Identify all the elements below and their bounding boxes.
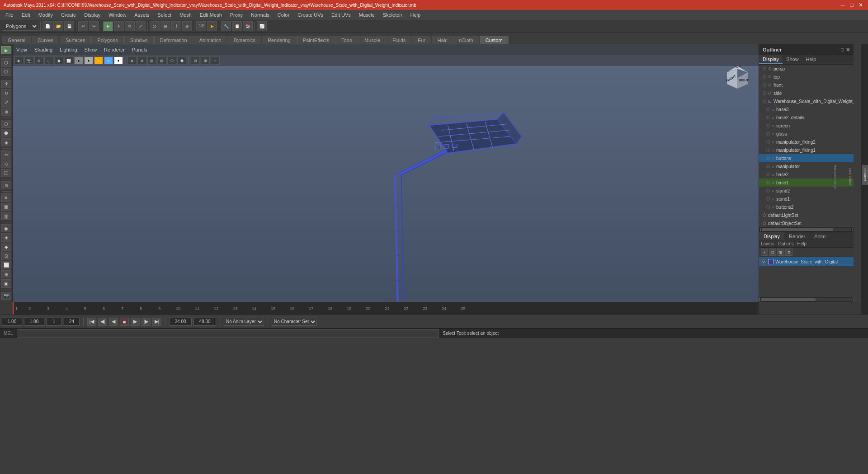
layer-new-empty-btn[interactable]: ◻	[769, 249, 776, 256]
outliner-item-persp[interactable]: ⬡ ⊙ persp	[759, 65, 854, 73]
scale-btn[interactable]: ⤢	[1, 99, 11, 107]
viewport[interactable]: View Shading Lighting Show Renderer Pane…	[13, 44, 759, 302]
character-set-select[interactable]: No Character Set	[272, 318, 317, 326]
show-attr-btn[interactable]: 🔧	[221, 21, 231, 31]
menu-muscle[interactable]: Muscle	[355, 11, 378, 19]
menu-edit-mesh[interactable]: Edit Mesh	[196, 11, 226, 19]
soft-select-btn[interactable]: ◎	[150, 21, 160, 31]
tab-general[interactable]: General	[2, 36, 31, 44]
tab-rendering[interactable]: Rendering	[262, 36, 297, 44]
menu-create-uvs[interactable]: Create UVs	[294, 11, 327, 19]
menu-window[interactable]: Window	[105, 11, 130, 19]
vp-menu-panels[interactable]: Panels	[130, 46, 149, 53]
mode-select[interactable]: Polygons Surfaces Animation Dynamics Ren…	[2, 22, 38, 31]
attr-tab-attr[interactable]: Attribute Editor	[832, 161, 838, 192]
misc-btn6[interactable]: ⊞	[1, 270, 11, 278]
outliner-item-buttons[interactable]: ⬡ ○ buttons	[759, 154, 854, 162]
show-manip-btn[interactable]: ⊙	[1, 181, 11, 189]
layer-vis-btn[interactable]: V	[761, 259, 766, 264]
render-btn[interactable]: ▶	[207, 21, 217, 31]
lasso-select-btn[interactable]: ⬠	[1, 68, 11, 76]
outliner-item-base3[interactable]: ⬡ ○ base3	[759, 105, 854, 113]
layer-delete-btn[interactable]: 🗑	[777, 249, 784, 256]
tab-fluids[interactable]: Fluids	[387, 36, 411, 44]
menu-color[interactable]: Color	[274, 11, 293, 19]
outliner-close[interactable]: ✕	[846, 47, 850, 53]
render-settings-btn[interactable]: 🎬	[196, 21, 206, 31]
open-scene-btn[interactable]: 📂	[53, 21, 63, 31]
vp-menu-show[interactable]: Show	[83, 46, 99, 53]
layer-editor-btn[interactable]: 📚	[243, 21, 253, 31]
outliner-tab-show[interactable]: Show	[783, 55, 802, 64]
tab-subdivs[interactable]: Subdivs	[124, 36, 154, 44]
cube-gizmo[interactable]: TOP RIGHT FRONT	[722, 62, 753, 94]
menu-proxy[interactable]: Proxy	[226, 11, 246, 19]
render-layers-btn[interactable]: ▦	[1, 203, 11, 211]
menu-assets[interactable]: Assets	[131, 11, 153, 19]
menu-edit-uvs[interactable]: Edit UVs	[328, 11, 354, 19]
outliner-item-front[interactable]: ⬡ ⊙ front	[759, 81, 854, 89]
vp-tool-isolate[interactable]: ⊡	[191, 56, 200, 65]
next-key-btn[interactable]: |▶	[142, 318, 151, 326]
menu-skeleton[interactable]: Skeleton	[379, 11, 406, 19]
menu-file[interactable]: File	[2, 11, 17, 19]
outliner-item-stand2[interactable]: ⬡ ○ stand2	[759, 187, 854, 195]
mel-input[interactable]	[17, 329, 439, 338]
layer-item-warehouse[interactable]: V Warehouse_Scale_with_Digital_Weig	[759, 257, 854, 266]
vp-menu-renderer[interactable]: Renderer	[102, 46, 127, 53]
rotate-tool-btn[interactable]: ↻	[125, 21, 135, 31]
outliner-item-base1[interactable]: ⬡ ○ base1	[759, 178, 854, 187]
playback-start-input[interactable]	[169, 318, 192, 326]
vp-tool-light5[interactable]: ●	[114, 56, 123, 65]
tab-deformation[interactable]: Deformation	[154, 36, 193, 44]
misc-btn1[interactable]: ◉	[1, 224, 11, 232]
dra-tab-anim[interactable]: Anim	[810, 232, 830, 240]
outliner-item-manipulator[interactable]: ⬡ ○ manipulator	[759, 162, 854, 170]
prev-key-btn[interactable]: ◀|	[98, 318, 107, 326]
snap-curve-btn[interactable]: ⌇	[171, 21, 181, 31]
vp-tool-light4[interactable]: ●	[104, 56, 113, 65]
misc-btn4[interactable]: ⊡	[1, 252, 11, 260]
current-frame-input[interactable]	[24, 318, 44, 326]
layer-new-btn[interactable]: +	[761, 249, 768, 256]
anim-layers-btn[interactable]: ▥	[1, 212, 11, 220]
outliner-item-group-main[interactable]: ⬡ ⊡ Warehouse_Scale_with_Digital_Weight_	[759, 97, 854, 105]
vp-tool-r6[interactable]: ⬢	[177, 56, 186, 65]
menu-edit[interactable]: Edit	[18, 11, 34, 19]
vp-tool-camera[interactable]: 📷	[24, 56, 33, 65]
tab-animation[interactable]: Animation	[193, 36, 227, 44]
start-frame-input[interactable]	[2, 318, 22, 326]
vp-tool-texture[interactable]: ⬜	[64, 56, 73, 65]
tab-polygons[interactable]: Polygons	[91, 36, 123, 44]
layer-scroll-right[interactable]	[853, 298, 854, 301]
tab-toon[interactable]: Toon	[335, 36, 358, 44]
outliner-item-mf2[interactable]: ⬡ ○ manipulator_fixing2	[759, 138, 854, 146]
outliner-scroll-right[interactable]	[852, 228, 853, 231]
outliner-item-buttons2[interactable]: ⬡ ○ buttons2	[759, 203, 854, 211]
outliner-item-stand1[interactable]: ⬡ ○ stand1	[759, 195, 854, 203]
offset-edge-btn[interactable]: ◫	[1, 169, 11, 177]
tab-muscle[interactable]: Muscle	[359, 36, 386, 44]
attr-tab-live[interactable]: Live Editor	[847, 164, 853, 189]
outliner-item-base2details[interactable]: ⬡ ○ base2_details	[759, 113, 854, 122]
vp-tool-snap[interactable]: ⊞	[201, 56, 210, 65]
vp-tool-r4[interactable]: ▤	[157, 56, 166, 65]
tab-custom[interactable]: Custom	[480, 36, 509, 44]
outliner-item-screen[interactable]: ⬡ ○ screen	[759, 122, 854, 130]
outliner-scroll-left[interactable]	[760, 228, 761, 231]
outliner-item-glass[interactable]: ⬡ ○ glass	[759, 130, 854, 138]
outliner-item-base2[interactable]: ⬡ ○ base2	[759, 170, 854, 178]
move-btn[interactable]: ✛	[1, 80, 11, 88]
new-scene-btn[interactable]: 📄	[42, 21, 52, 31]
vp-menu-view[interactable]: View	[14, 46, 29, 53]
outliner-item-defaultlightset[interactable]: ⬡ defaultLightSet	[759, 211, 854, 219]
outliner-item-defaultobjectset[interactable]: ⬡ defaultObjectSet	[759, 219, 854, 227]
outliner-tab-display[interactable]: Display	[759, 55, 783, 64]
vp-tool-extra[interactable]: ↔	[211, 56, 220, 65]
extrude-btn[interactable]: ⬡	[1, 120, 11, 128]
attr-tab-outliner[interactable]: Outliner	[862, 165, 868, 185]
misc-btn2[interactable]: ◈	[1, 233, 11, 241]
layer-options-btn[interactable]: ⚙	[785, 249, 793, 256]
tab-dynamics[interactable]: Dynamics	[228, 36, 261, 44]
snap-point-btn[interactable]: ⊕	[182, 21, 192, 31]
